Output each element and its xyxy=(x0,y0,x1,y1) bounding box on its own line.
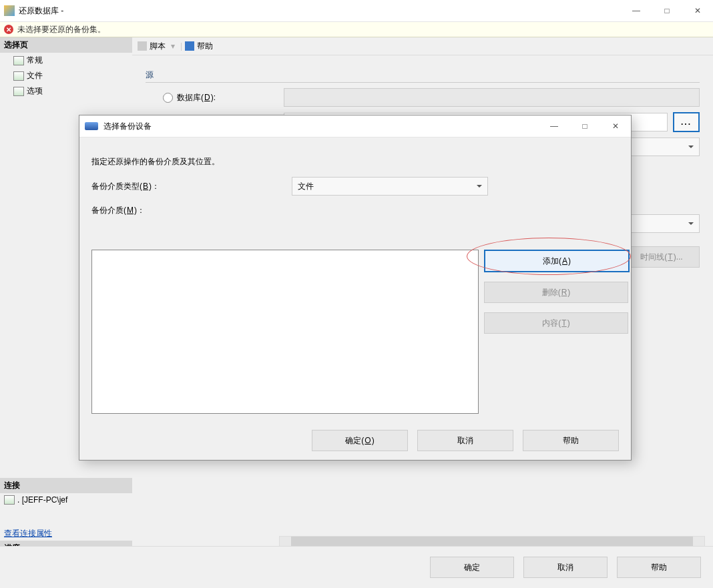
restore-db-window: 还原数据库 - — □ ✕ ✕ 未选择要还原的备份集。 选择页 常规 文件 选项… xyxy=(0,0,713,588)
footer: 确定 取消 帮助 xyxy=(0,546,713,588)
close-button[interactable]: ✕ xyxy=(682,0,713,21)
modal-title: 选择备份设备 xyxy=(103,121,539,132)
script-icon xyxy=(138,41,147,51)
titlebar: 还原数据库 - — □ ✕ xyxy=(0,0,713,22)
dropdown-icon: ▾ xyxy=(171,41,175,51)
media-type-label: 备份介质类型(B)： xyxy=(91,181,292,192)
view-connection-link[interactable]: 查看连接属性 xyxy=(0,527,132,541)
server-icon xyxy=(4,495,15,505)
minimize-button[interactable]: — xyxy=(621,0,652,21)
modal-minimize-button[interactable]: — xyxy=(539,115,569,137)
connection-info: . [JEFF-PC\jef xyxy=(0,493,132,507)
modal-titlebar: 选择备份设备 — □ ✕ xyxy=(79,115,631,137)
sidebar-item-files[interactable]: 文件 xyxy=(0,68,132,83)
cancel-button[interactable]: 取消 xyxy=(523,557,608,578)
page-icon xyxy=(13,71,24,81)
database-combobox[interactable] xyxy=(284,88,700,107)
sidebar-conn-header: 连接 xyxy=(0,478,132,493)
warning-bar: ✕ 未选择要还原的备份集。 xyxy=(0,22,713,37)
ok-button[interactable]: 确定 xyxy=(430,557,514,578)
device-icon xyxy=(85,122,98,130)
modal-cancel-button[interactable]: 取消 xyxy=(417,430,513,451)
modal-close-button[interactable]: ✕ xyxy=(600,115,631,137)
sidebar-item-general[interactable]: 常规 xyxy=(0,53,132,68)
modal-instruction: 指定还原操作的备份介质及其位置。 xyxy=(91,156,619,168)
page-icon xyxy=(13,87,24,96)
contents-button[interactable]: 内容(T) xyxy=(484,312,628,334)
app-icon xyxy=(4,5,15,16)
warning-text: 未选择要还原的备份集。 xyxy=(17,24,105,35)
database-radio-label: 数据库(D): xyxy=(177,92,284,103)
help-icon xyxy=(185,41,194,51)
modal-maximize-button[interactable]: □ xyxy=(569,115,600,137)
select-backup-device-dialog: 选择备份设备 — □ ✕ 指定还原操作的备份介质及其位置。 备份介质类型(B)：… xyxy=(79,115,632,461)
toolbar: 脚本 ▾ | 帮助 xyxy=(132,37,713,55)
media-label: 备份介质(M)： xyxy=(91,205,292,216)
help-button[interactable]: 帮助 xyxy=(197,41,213,52)
error-icon: ✕ xyxy=(4,25,13,34)
page-icon xyxy=(13,56,24,65)
remove-button[interactable]: 删除(R) xyxy=(484,282,628,303)
help-button[interactable]: 帮助 xyxy=(617,557,701,578)
browse-device-button[interactable]: ... xyxy=(673,112,700,132)
timeline-button[interactable]: 时间线(T)... xyxy=(624,246,700,268)
sidebar-item-options[interactable]: 选项 xyxy=(0,83,132,99)
add-button[interactable]: 添加(A) xyxy=(484,250,630,272)
maximize-button[interactable]: □ xyxy=(652,0,682,21)
sidebar-pages-header: 选择页 xyxy=(0,37,132,53)
source-group-title: 源 xyxy=(146,69,700,83)
script-button[interactable]: 脚本 xyxy=(150,41,166,52)
media-type-value: 文件 xyxy=(298,181,314,192)
backup-media-listbox[interactable] xyxy=(91,250,479,414)
database-radio[interactable] xyxy=(163,93,173,103)
window-title: 还原数据库 - xyxy=(19,5,621,17)
modal-ok-button[interactable]: 确定(O) xyxy=(312,430,408,451)
media-type-dropdown[interactable]: 文件 xyxy=(292,177,488,196)
modal-help-button[interactable]: 帮助 xyxy=(523,430,619,451)
